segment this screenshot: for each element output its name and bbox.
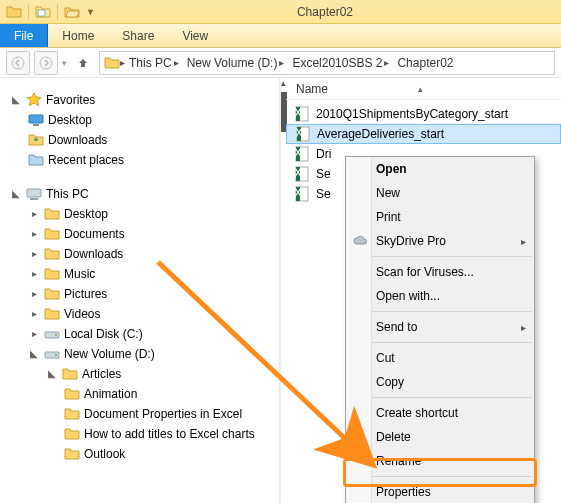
menu-delete[interactable]: Delete [346,425,534,449]
menu-print[interactable]: Print [346,205,534,229]
menu-separator [348,311,532,312]
collapse-icon[interactable]: ◣ [46,364,58,384]
breadcrumb-bar[interactable]: ▸ This PC▸ New Volume (D:)▸ Excel2010SBS… [99,51,555,75]
svg-point-10 [55,354,57,356]
folder-icon [6,4,22,20]
separator [28,4,29,20]
svg-text:X: X [294,146,302,160]
tree-desktop-pc[interactable]: ▸Desktop [28,204,275,224]
tree-addtitles[interactable]: How to add titles to Excel charts [64,424,275,444]
folder-icon [62,366,78,382]
svg-text:X: X [294,186,302,200]
submenu-arrow-icon: ▸ [521,236,526,247]
menu-scan-viruses[interactable]: Scan for Viruses... [346,260,534,284]
menu-skydrive-pro[interactable]: SkyDrive Pro▸ [346,229,534,253]
menu-copy[interactable]: Copy [346,370,534,394]
tree-downloads[interactable]: Downloads [28,130,275,150]
tree-documents[interactable]: ▸Documents [28,224,275,244]
file-row[interactable]: X AverageDeliveries_start [286,124,561,144]
svg-rect-4 [33,124,39,126]
downloads-icon [28,132,44,148]
svg-rect-3 [29,115,43,123]
file-name: Dri [316,147,331,161]
folder-tree: ◣ Favorites Desktop Downloads Recent pla… [10,90,275,464]
svg-point-2 [40,57,52,69]
excel-file-icon: X [294,166,310,182]
menu-separator [348,476,532,477]
submenu-arrow-icon: ▸ [521,322,526,333]
title-bar: ▼ Chapter02 [0,0,561,24]
menu-new[interactable]: New [346,181,534,205]
crumb-excelsbs[interactable]: Excel2010SBS 2▸ [288,56,393,70]
svg-point-8 [55,334,57,336]
sort-asc-icon: ▴ [418,84,423,94]
tree-recent[interactable]: Recent places [28,150,275,170]
recent-icon [28,152,44,168]
menu-cut[interactable]: Cut [346,346,534,370]
tree-outlook[interactable]: Outlook [64,444,275,464]
drive-icon [44,346,60,362]
svg-rect-5 [27,189,41,197]
file-name: 2010Q1ShipmentsByCategory_start [316,107,508,121]
svg-point-1 [12,57,24,69]
excel-file-icon: X [294,106,310,122]
file-name: Se [316,187,331,201]
tree-downloads-pc[interactable]: ▸Downloads [28,244,275,264]
file-tab[interactable]: File [0,24,48,47]
favorites-node[interactable]: ◣ Favorites [10,90,275,110]
crumb-newvol[interactable]: New Volume (D:)▸ [183,56,289,70]
up-button[interactable] [71,51,95,75]
menu-create-shortcut[interactable]: Create shortcut [346,401,534,425]
menu-send-to[interactable]: Send to▸ [346,315,534,339]
menu-open[interactable]: Open [346,157,534,181]
tree-desktop[interactable]: Desktop [28,110,275,130]
crumb-chapter02[interactable]: Chapter02 [393,56,457,70]
collapse-icon[interactable]: ◣ [28,344,40,364]
music-icon [44,266,60,282]
folder-icon [64,446,80,462]
history-dropdown-icon[interactable]: ▾ [62,58,67,68]
collapse-icon[interactable]: ◣ [10,184,22,204]
tree-docprops[interactable]: Document Properties in Excel [64,404,275,424]
column-header-name[interactable]: Name ▴ [286,78,561,100]
folder-icon [64,386,80,402]
folder-icon [104,55,120,71]
forward-button[interactable] [34,51,58,75]
tab-home[interactable]: Home [48,24,108,47]
new-folder-icon[interactable] [35,4,51,20]
navigation-pane: ◣ Favorites Desktop Downloads Recent pla… [0,78,280,503]
tree-localdisk-c[interactable]: ▸Local Disk (C:) [28,324,275,344]
open-folder-icon[interactable] [64,4,80,20]
qat-dropdown-icon[interactable]: ▼ [86,7,95,17]
file-row[interactable]: X 2010Q1ShipmentsByCategory_start [286,104,561,124]
tab-view[interactable]: View [168,24,222,47]
documents-icon [44,226,60,242]
quick-access-toolbar: ▼ [6,4,95,20]
thispc-node[interactable]: ◣ This PC [10,184,275,204]
star-icon [26,92,42,108]
excel-file-icon: X [294,186,310,202]
tree-pictures[interactable]: ▸Pictures [28,284,275,304]
crumb-thispc[interactable]: This PC▸ [125,56,183,70]
svg-text:X: X [294,106,302,120]
tab-share[interactable]: Share [108,24,168,47]
excel-file-icon: X [295,126,311,142]
desktop-icon [44,206,60,222]
separator [57,4,58,20]
svg-rect-0 [38,10,45,16]
menu-rename[interactable]: Rename [346,449,534,473]
thispc-label: This PC [46,184,89,204]
tree-videos[interactable]: ▸Videos [28,304,275,324]
menu-properties[interactable]: Properties [346,480,534,503]
tree-articles[interactable]: ◣Articles [46,364,275,384]
cloud-icon [352,233,368,249]
tree-animation[interactable]: Animation [64,384,275,404]
collapse-icon[interactable]: ◣ [10,90,22,110]
back-button[interactable] [6,51,30,75]
nav-toolbar: ▾ ▸ This PC▸ New Volume (D:)▸ Excel2010S… [0,48,561,78]
tree-music[interactable]: ▸Music [28,264,275,284]
folder-icon [64,406,80,422]
tree-newvol-d[interactable]: ◣New Volume (D:) [28,344,275,364]
menu-open-with[interactable]: Open with... [346,284,534,308]
computer-icon [26,186,42,202]
